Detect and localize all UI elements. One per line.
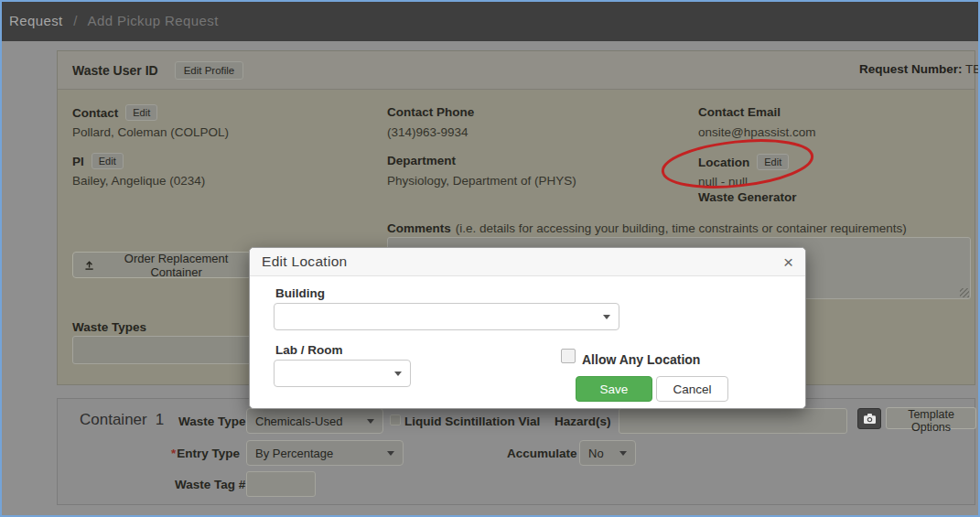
allow-any-location-checkbox[interactable]	[561, 349, 576, 363]
building-select[interactable]	[274, 303, 619, 330]
caret-down-icon	[387, 451, 394, 456]
edit-pi-button[interactable]: Edit	[92, 153, 124, 169]
location-label: Location Edit	[698, 154, 789, 170]
comments-hint: (i.e. details for accessing your buildin…	[456, 221, 907, 235]
textarea-resize-handle[interactable]	[960, 288, 969, 297]
pi-value: Bailey, Angelique (0234)	[72, 174, 205, 188]
top-navbar: Request / Add Pickup Request	[0, 0, 980, 41]
waste-type-select[interactable]: Chemicals-Used	[246, 408, 383, 434]
contact-label: Contact Edit	[72, 104, 157, 121]
contact-email-label: Contact Email	[698, 105, 781, 119]
waste-generator-label: Waste Generator	[698, 190, 797, 204]
hazards-input[interactable]	[619, 408, 847, 434]
department-label: Department	[387, 154, 456, 167]
template-options-button[interactable]: Template Options	[886, 407, 976, 429]
cancel-button[interactable]: Cancel	[656, 376, 728, 402]
accumulate-label: Accumulate	[507, 447, 577, 460]
lab-room-select[interactable]	[274, 360, 411, 387]
caret-down-icon	[619, 451, 627, 456]
panel-title: Waste User ID	[72, 63, 158, 78]
container-number: 1	[156, 411, 164, 428]
entry-type-select[interactable]: By Percentage	[246, 440, 404, 466]
edit-location-modal: Edit Location × Building Lab / Room Allo…	[249, 247, 806, 409]
edit-profile-button[interactable]: Edit Profile	[175, 61, 244, 80]
contact-email-value: onsite@hpassist.com	[698, 125, 816, 139]
waste-types-label: Waste Types	[72, 320, 146, 334]
camera-icon	[863, 413, 877, 425]
hazards-label: Hazard(s)	[555, 415, 611, 428]
lab-room-label: Lab / Room	[275, 343, 343, 357]
camera-button[interactable]	[857, 408, 881, 429]
request-number-label: Request Number:	[859, 62, 963, 76]
app-window: Request / Add Pickup Request Waste User …	[0, 0, 980, 517]
allow-any-location-label: Allow Any Location	[582, 352, 700, 367]
entry-type-label: * Entry Type	[171, 447, 240, 460]
building-label: Building	[275, 286, 325, 300]
waste-tag-label: Waste Tag #	[175, 478, 245, 491]
breadcrumb-add-pickup-request: Add Pickup Request	[88, 13, 219, 28]
liquid-scintillation-vial-label: Liquid Scintillation Vial	[404, 415, 540, 428]
waste-type-label: Waste Type	[178, 415, 246, 428]
caret-down-icon	[394, 372, 402, 376]
contact-phone-label: Contact Phone	[387, 105, 474, 119]
contact-phone-value: (314)963-9934	[387, 125, 468, 139]
caret-down-icon	[367, 419, 374, 424]
contact-value: Pollard, Coleman (COLPOL)	[72, 125, 229, 139]
accumulate-select[interactable]: No	[579, 440, 636, 466]
upload-icon	[83, 259, 95, 272]
waste-user-panel-header: Waste User ID Edit Profile Request Numbe…	[58, 51, 975, 90]
location-value: null - null	[698, 175, 748, 188]
container-title: Container1	[80, 411, 164, 429]
liquid-scintillation-vial-checkbox[interactable]	[390, 415, 401, 425]
modal-header: Edit Location ×	[250, 248, 805, 276]
edit-location-button[interactable]: Edit	[757, 154, 789, 170]
container-panel: Container1 Waste Type Chemicals-Used Liq…	[57, 398, 975, 505]
required-asterisk: *	[171, 447, 176, 460]
save-button[interactable]: Save	[576, 376, 652, 402]
pi-label: PI Edit	[72, 153, 124, 169]
department-value: Physiology, Department of (PHYS)	[387, 174, 576, 188]
breadcrumb-separator: /	[73, 13, 78, 28]
close-icon[interactable]: ×	[783, 253, 793, 271]
request-number-value: TBD	[965, 62, 978, 76]
breadcrumb: Request / Add Pickup Request	[9, 13, 219, 28]
edit-contact-button[interactable]: Edit	[125, 104, 157, 121]
caret-down-icon	[603, 315, 610, 319]
comments-label: Comments (i.e. details for accessing you…	[387, 221, 907, 235]
order-replacement-container-button[interactable]: Order Replacement Container	[72, 252, 252, 278]
modal-title: Edit Location	[262, 253, 348, 270]
breadcrumb-request[interactable]: Request	[9, 13, 63, 28]
request-number: Request Number: TBD	[859, 62, 978, 76]
waste-tag-input[interactable]	[246, 471, 316, 497]
